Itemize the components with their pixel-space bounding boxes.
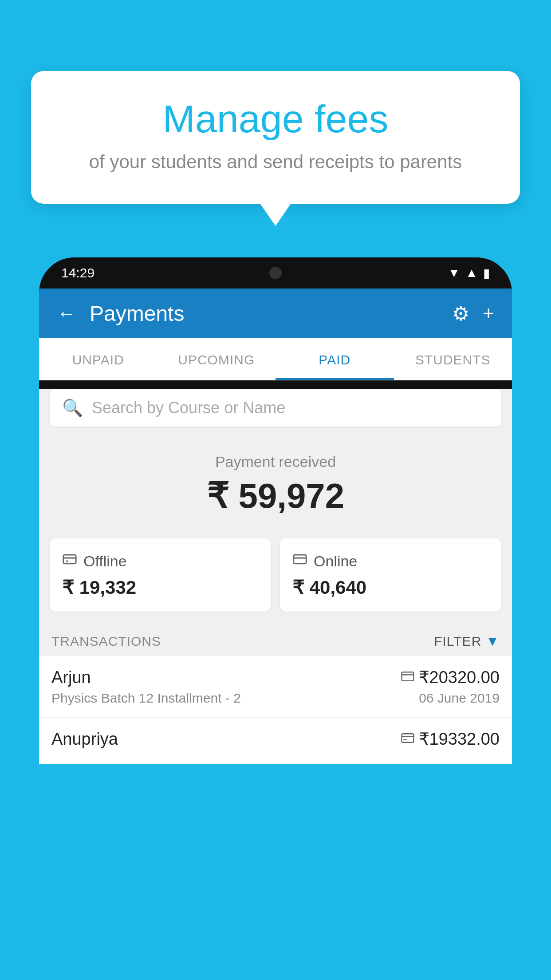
phone-frame: 14:29 ▼ ▲ ▮ ← Payments ⚙ + UNPAID UPCOMI…: [39, 257, 512, 764]
payment-received-amount: ₹ 59,972: [39, 476, 512, 516]
payment-received-section: Payment received ₹ 59,972: [39, 435, 512, 530]
txn-amount: ₹20320.00: [419, 668, 500, 687]
online-card-header: Online: [292, 552, 489, 570]
offline-card-header: Offline: [62, 552, 259, 570]
txn-amount: ₹19332.00: [419, 729, 500, 749]
txn-top: Anupriya ₹19332.00: [51, 729, 500, 749]
add-icon[interactable]: +: [483, 302, 494, 324]
status-icons: ▼ ▲ ▮: [448, 266, 490, 281]
status-time: 14:29: [61, 265, 94, 281]
txn-name: Arjun: [51, 668, 91, 687]
txn-amount-wrap: ₹20320.00: [401, 668, 500, 687]
signal-icon: ▲: [465, 266, 478, 280]
txn-course: Physics Batch 12 Installment - 2: [51, 691, 241, 706]
transactions-header: TRANSACTIONS FILTER ▼: [39, 625, 512, 656]
svg-rect-0: [63, 555, 76, 564]
txn-amount-wrap: ₹19332.00: [401, 729, 500, 749]
tab-upcoming[interactable]: UPCOMING: [157, 338, 276, 380]
wifi-icon: ▼: [448, 266, 460, 280]
offline-label: Offline: [83, 553, 127, 570]
tabs-bar: UNPAID UPCOMING PAID STUDENTS: [39, 338, 512, 380]
status-bar: 14:29 ▼ ▲ ▮: [39, 257, 512, 288]
offline-payment-icon: [62, 552, 77, 570]
app-content: 🔍 Search by Course or Name Payment recei…: [39, 389, 512, 764]
txn-name: Anupriya: [51, 730, 118, 749]
txn-offline-icon: [401, 732, 414, 746]
filter-button[interactable]: FILTER ▼: [434, 634, 500, 649]
svg-rect-5: [401, 672, 413, 681]
transaction-row[interactable]: Arjun ₹20320.00 Physics Batch 12 Install…: [39, 656, 512, 718]
search-placeholder: Search by Course or Name: [92, 399, 285, 417]
txn-date: 06 June 2019: [419, 691, 500, 706]
header-actions: ⚙ +: [452, 302, 494, 325]
filter-label: FILTER: [434, 634, 481, 649]
battery-icon: ▮: [483, 266, 490, 281]
settings-icon[interactable]: ⚙: [452, 302, 469, 325]
tab-paid[interactable]: PAID: [276, 338, 394, 380]
online-label: Online: [314, 553, 357, 570]
tab-students[interactable]: STUDENTS: [394, 338, 512, 380]
back-button[interactable]: ←: [57, 302, 76, 324]
txn-bottom: Physics Batch 12 Installment - 2 06 June…: [51, 691, 500, 706]
svg-rect-7: [401, 734, 413, 743]
phone-wrapper: 14:29 ▼ ▲ ▮ ← Payments ⚙ + UNPAID UPCOMI…: [39, 257, 512, 980]
camera-notch: [269, 267, 282, 279]
online-amount: ₹ 40,640: [292, 577, 489, 598]
filter-icon: ▼: [486, 634, 500, 649]
txn-online-icon: [401, 670, 414, 684]
payment-received-label: Payment received: [39, 453, 512, 470]
tab-unpaid[interactable]: UNPAID: [39, 338, 157, 380]
app-header: ← Payments ⚙ +: [39, 288, 512, 338]
page-title: Payments: [90, 301, 452, 326]
payment-cards: Offline ₹ 19,332 Online ₹ 4: [39, 530, 512, 625]
offline-amount: ₹ 19,332: [62, 577, 259, 598]
bubble-subtitle: of your students and send receipts to pa…: [53, 151, 498, 173]
txn-top: Arjun ₹20320.00: [51, 668, 500, 687]
online-payment-icon: [292, 552, 307, 570]
online-card: Online ₹ 40,640: [280, 538, 501, 612]
transaction-row[interactable]: Anupriya ₹19332.00: [39, 718, 512, 764]
bubble-title: Manage fees: [53, 98, 498, 141]
svg-rect-3: [294, 555, 306, 564]
search-icon: 🔍: [62, 398, 83, 418]
transactions-label: TRANSACTIONS: [51, 634, 161, 649]
search-bar[interactable]: 🔍 Search by Course or Name: [50, 389, 501, 427]
offline-card: Offline ₹ 19,332: [50, 538, 271, 612]
speech-bubble: Manage fees of your students and send re…: [31, 71, 520, 204]
